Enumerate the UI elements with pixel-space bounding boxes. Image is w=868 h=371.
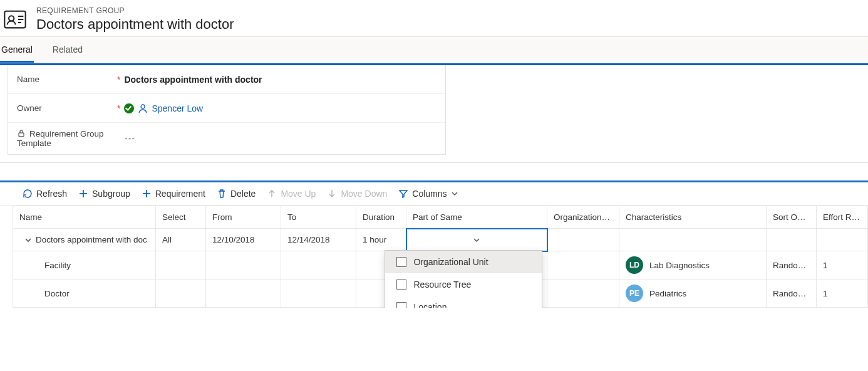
avatar: LD (626, 256, 643, 274)
cell-partsame[interactable] (406, 229, 547, 251)
grid-toolbar: Refresh Subgroup Requirement Delete Move… (0, 182, 868, 206)
cell-characteristics[interactable]: PE Pediatrics (619, 280, 767, 308)
template-label: Requirement Group Template (17, 129, 117, 148)
grid-header-row: Name Select From To Duration Part of Sam… (13, 206, 868, 229)
cell-to[interactable] (281, 280, 356, 308)
required-marker: * (117, 75, 120, 85)
chevron-down-icon (473, 236, 480, 244)
cell-effort[interactable] (817, 229, 868, 251)
requirement-group-icon (3, 7, 28, 32)
requirement-button[interactable]: Requirement (142, 189, 205, 199)
svg-rect-6 (19, 133, 24, 137)
svg-point-5 (141, 105, 145, 108)
tab-bar: General Related (0, 37, 868, 63)
partsame-dropdown[interactable]: Organizational Unit Resource Tree Locati… (385, 250, 542, 308)
cell-select[interactable] (156, 280, 206, 308)
col-header-select[interactable]: Select (156, 206, 206, 229)
checkbox-icon (396, 302, 406, 308)
plus-icon (142, 189, 152, 199)
header-entity-label: REQUIREMENT GROUP (36, 6, 234, 15)
owner-field[interactable]: Spencer Low (152, 103, 203, 113)
page-header: REQUIREMENT GROUP Doctors appointment wi… (0, 0, 868, 37)
cell-effort[interactable]: 1 (817, 280, 868, 308)
movedown-button: Move Down (327, 189, 387, 199)
cell-from[interactable]: 12/10/2018 (206, 229, 281, 251)
chevron-down-icon[interactable] (24, 236, 32, 244)
col-header-name[interactable]: Name (13, 206, 156, 229)
columns-button[interactable]: Columns (398, 189, 458, 199)
name-field[interactable]: Doctors appointment with doctor (124, 75, 262, 85)
arrow-down-icon (327, 189, 337, 199)
tab-general[interactable]: General (0, 37, 34, 63)
characteristic-name: Lab Diagnostics (649, 261, 710, 270)
required-marker: * (117, 103, 120, 113)
cell-duration[interactable]: 1 hour (356, 229, 406, 251)
cell-orgunit[interactable] (547, 251, 619, 280)
form-section-border: Name * Doctors appointment with doctor O… (0, 63, 868, 163)
checkbox-icon (396, 280, 406, 290)
row-name: Doctors appointment with doc (36, 235, 147, 244)
cell-characteristics[interactable] (619, 229, 767, 251)
filter-icon (398, 189, 408, 199)
verified-icon (124, 103, 134, 113)
dropdown-option-resource-tree[interactable]: Resource Tree (385, 273, 542, 296)
dropdown-option-location[interactable]: Location (385, 296, 542, 308)
cell-from[interactable] (206, 251, 281, 280)
plus-icon (78, 189, 88, 199)
row-name: Facility (44, 261, 71, 270)
cell-characteristics[interactable]: LD Lab Diagnostics (619, 251, 767, 280)
delete-button[interactable]: Delete (217, 189, 256, 199)
refresh-icon (23, 189, 33, 199)
cell-effort[interactable]: 1 (817, 251, 868, 280)
tab-related[interactable]: Related (51, 37, 84, 63)
owner-label: Owner (17, 103, 117, 113)
form-row-name: Name * Doctors appointment with doctor (8, 65, 445, 94)
col-header-from[interactable]: From (206, 206, 281, 229)
page-title: Doctors appointment with doctor (36, 16, 234, 33)
cell-orgunit[interactable] (547, 229, 619, 251)
characteristic-name: Pediatrics (649, 289, 686, 298)
cell-select[interactable]: All (156, 229, 206, 251)
col-header-to[interactable]: To (281, 206, 356, 229)
cell-sort[interactable] (767, 229, 817, 251)
name-label: Name (17, 75, 117, 84)
grid-section: Refresh Subgroup Requirement Delete Move… (0, 180, 868, 308)
avatar: PE (626, 285, 643, 302)
cell-sort[interactable]: Randomize (767, 280, 817, 308)
trash-icon (217, 189, 227, 199)
col-header-partsame[interactable]: Part of Same (406, 206, 547, 229)
chevron-down-icon (451, 190, 458, 197)
form-row-template: Requirement Group Template --- (8, 123, 445, 154)
refresh-button[interactable]: Refresh (23, 189, 67, 199)
cell-orgunit[interactable] (547, 280, 619, 308)
svg-point-1 (9, 16, 14, 21)
col-header-sort[interactable]: Sort Option (767, 206, 817, 229)
person-icon (138, 103, 148, 113)
cell-to[interactable]: 12/14/2018 (281, 229, 356, 251)
table-row[interactable]: Doctors appointment with doc All 12/10/2… (13, 229, 868, 251)
col-header-characteristics[interactable]: Characteristics (619, 206, 767, 229)
col-header-effort[interactable]: Effort Require (817, 206, 868, 229)
cell-from[interactable] (206, 280, 281, 308)
col-header-orgunit[interactable]: Organizational Unit (547, 206, 619, 229)
col-header-duration[interactable]: Duration (356, 206, 406, 229)
row-name: Doctor (44, 289, 70, 298)
arrow-up-icon (267, 189, 277, 199)
checkbox-icon (396, 257, 406, 267)
cell-to[interactable] (281, 251, 356, 280)
cell-select[interactable] (156, 251, 206, 280)
cell-sort[interactable]: Randomize (767, 251, 817, 280)
template-field: --- (125, 133, 135, 144)
lock-icon (17, 129, 26, 138)
form-row-owner: Owner * Spencer Low (8, 94, 445, 123)
dropdown-option-org-unit[interactable]: Organizational Unit (385, 251, 542, 273)
subgroup-button[interactable]: Subgroup (78, 189, 130, 199)
moveup-button: Move Up (267, 189, 316, 199)
